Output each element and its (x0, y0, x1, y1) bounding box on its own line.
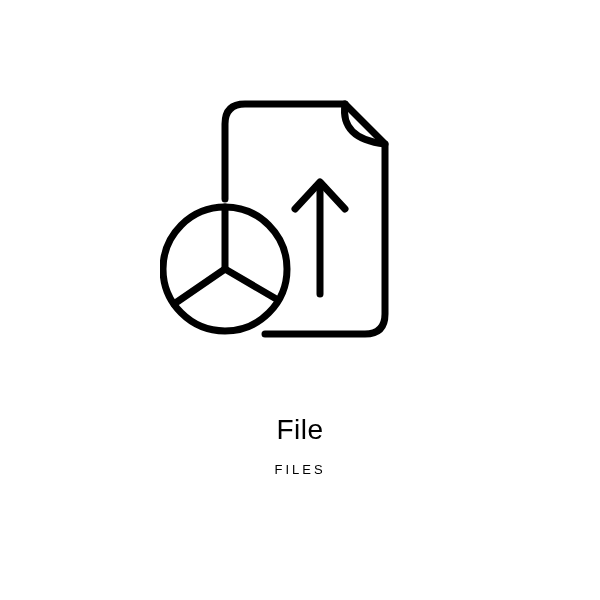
icon-title: File (276, 414, 323, 446)
file-chart-arrow-icon (160, 84, 440, 364)
icon-subtitle: FILES (274, 462, 325, 477)
